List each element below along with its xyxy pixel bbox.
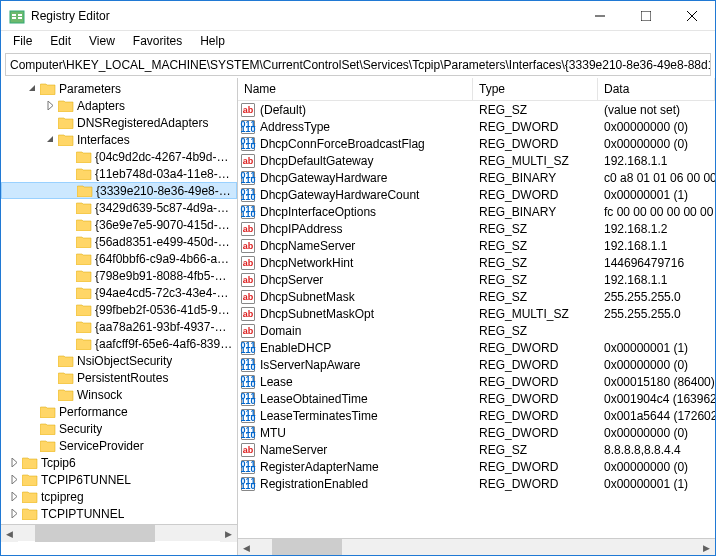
tree-hscroll[interactable]: ◀ ▶ — [1, 524, 237, 541]
tree-node[interactable]: {3429d639-5c87-4d9a-9670-8 — [1, 199, 237, 216]
value-name: AddressType — [260, 120, 330, 134]
tree-node[interactable]: {56ad8351-e499-450d-8199-b — [1, 233, 237, 250]
value-data: 0x00000001 (1) — [598, 477, 715, 491]
address-bar[interactable]: Computer\HKEY_LOCAL_MACHINE\SYSTEM\Curre… — [5, 53, 711, 76]
maximize-button[interactable] — [623, 1, 669, 31]
expand-icon[interactable] — [43, 98, 58, 113]
collapse-icon[interactable] — [25, 81, 40, 96]
tree-node[interactable]: {36e9e7e5-9070-415d-870e-7 — [1, 216, 237, 233]
list-row[interactable]: abDhcpDefaultGatewayREG_MULTI_SZ192.168.… — [238, 152, 715, 169]
tree-node[interactable]: TCPIP6TUNNEL — [1, 471, 237, 488]
list-body[interactable]: ab(Default)REG_SZ(value not set)011110Ad… — [238, 101, 715, 538]
value-name: DhcpDefaultGateway — [260, 154, 373, 168]
no-expand — [43, 353, 58, 368]
scroll-right-button[interactable]: ▶ — [220, 525, 237, 542]
expand-icon[interactable] — [7, 455, 22, 470]
tree-node[interactable]: DNSRegisteredAdapters — [1, 114, 237, 131]
col-header-data[interactable]: Data — [598, 78, 715, 100]
tree-node[interactable]: {64f0bbf6-c9a9-4b66-a777-e — [1, 250, 237, 267]
tree-node[interactable]: {99fbeb2f-0536-41d5-9223-0 — [1, 301, 237, 318]
tree-node[interactable]: {94ae4cd5-72c3-43e4-bd7c-2 — [1, 284, 237, 301]
scroll-right-button[interactable]: ▶ — [698, 539, 715, 555]
list-row[interactable]: 011110DhcpGatewayHardwareREG_BINARYc0 a8… — [238, 169, 715, 186]
list-row[interactable]: 011110AddressTypeREG_DWORD0x00000000 (0) — [238, 118, 715, 135]
list-row[interactable]: abDhcpNetworkHintREG_SZ144696479716 — [238, 254, 715, 271]
tree-node[interactable]: {11eb748d-03a4-11e8-921b-8 — [1, 165, 237, 182]
tree-node[interactable]: NsiObjectSecurity — [1, 352, 237, 369]
tree-node[interactable]: tcpipreg — [1, 488, 237, 505]
list-row[interactable]: 011110EnableDHCPREG_DWORD0x00000001 (1) — [238, 339, 715, 356]
list-row[interactable]: abDomainREG_SZ — [238, 322, 715, 339]
scroll-thumb[interactable] — [35, 525, 155, 542]
svg-rect-4 — [18, 17, 22, 19]
tree-node[interactable]: Security — [1, 420, 237, 437]
value-name: IsServerNapAware — [260, 358, 361, 372]
value-name: DhcpServer — [260, 273, 323, 287]
collapse-icon[interactable] — [43, 132, 58, 147]
menu-favorites[interactable]: Favorites — [125, 32, 190, 50]
minimize-button[interactable] — [577, 1, 623, 31]
main-area: ParametersAdaptersDNSRegisteredAdaptersI… — [1, 78, 715, 555]
expand-icon[interactable] — [7, 506, 22, 521]
list-row[interactable]: 011110DhcpGatewayHardwareCountREG_DWORD0… — [238, 186, 715, 203]
tree-node[interactable]: {aafcff9f-65e6-4af6-8393-835 — [1, 335, 237, 352]
tree-node[interactable]: Interfaces — [1, 131, 237, 148]
value-name: MTU — [260, 426, 286, 440]
list-row[interactable]: 011110DhcpInterfaceOptionsREG_BINARYfc 0… — [238, 203, 715, 220]
list-row[interactable]: 011110MTUREG_DWORD0x00000000 (0) — [238, 424, 715, 441]
reg-binary-icon: 011110 — [240, 204, 256, 220]
close-button[interactable] — [669, 1, 715, 31]
list-row[interactable]: 011110RegistrationEnabledREG_DWORD0x0000… — [238, 475, 715, 492]
folder-icon — [40, 82, 56, 95]
svg-rect-2 — [12, 17, 16, 19]
scroll-left-button[interactable]: ◀ — [1, 525, 18, 542]
tree-node[interactable]: {798e9b91-8088-4fb5-8dfa-8 — [1, 267, 237, 284]
reg-binary-icon: 011110 — [240, 476, 256, 492]
list-row[interactable]: 011110LeaseREG_DWORD0x00015180 (86400) — [238, 373, 715, 390]
menu-help[interactable]: Help — [192, 32, 233, 50]
scroll-thumb[interactable] — [272, 539, 342, 556]
list-row[interactable]: abDhcpSubnetMaskREG_SZ255.255.255.0 — [238, 288, 715, 305]
tree-label: Winsock — [77, 388, 122, 402]
list-row[interactable]: abDhcpIPAddressREG_SZ192.168.1.2 — [238, 220, 715, 237]
tree-label: Performance — [59, 405, 128, 419]
tree-node[interactable]: PersistentRoutes — [1, 369, 237, 386]
expand-icon[interactable] — [7, 472, 22, 487]
list-panel: Name Type Data ab(Default)REG_SZ(value n… — [238, 78, 715, 555]
list-row[interactable]: abDhcpServerREG_SZ192.168.1.1 — [238, 271, 715, 288]
tree-label: DNSRegisteredAdapters — [77, 116, 208, 130]
list-hscroll[interactable]: ◀ ▶ — [238, 538, 715, 555]
list-row[interactable]: ab(Default)REG_SZ(value not set) — [238, 101, 715, 118]
list-row[interactable]: 011110LeaseObtainedTimeREG_DWORD0x001904… — [238, 390, 715, 407]
col-header-type[interactable]: Type — [473, 78, 598, 100]
tree-node[interactable]: {04c9d2dc-4267-4b9d-a5e4-0 — [1, 148, 237, 165]
tree-node[interactable]: {3339e210-8e36-49e8-88d1-e — [1, 182, 237, 199]
list-row[interactable]: abNameServerREG_SZ8.8.8.8,8.8.4.4 — [238, 441, 715, 458]
list-row[interactable]: abDhcpNameServerREG_SZ192.168.1.1 — [238, 237, 715, 254]
menu-file[interactable]: File — [5, 32, 40, 50]
tree-node[interactable]: Parameters — [1, 80, 237, 97]
scroll-left-button[interactable]: ◀ — [238, 539, 255, 555]
tree-node[interactable]: ServiceProvider — [1, 437, 237, 454]
list-row[interactable]: 011110IsServerNapAwareREG_DWORD0x0000000… — [238, 356, 715, 373]
tree-node[interactable]: Winsock — [1, 386, 237, 403]
list-row[interactable]: abDhcpSubnetMaskOptREG_MULTI_SZ255.255.2… — [238, 305, 715, 322]
list-row[interactable]: 011110DhcpConnForceBroadcastFlagREG_DWOR… — [238, 135, 715, 152]
tree-node[interactable]: Adapters — [1, 97, 237, 114]
tree-node[interactable]: Performance — [1, 403, 237, 420]
col-header-name[interactable]: Name — [238, 78, 473, 100]
tree-node[interactable]: {aa78a261-93bf-4937-a29e-9 — [1, 318, 237, 335]
menu-view[interactable]: View — [81, 32, 123, 50]
list-row[interactable]: 011110LeaseTerminatesTimeREG_DWORD0x001a… — [238, 407, 715, 424]
reg-binary-icon: 011110 — [240, 187, 256, 203]
value-name: DhcpIPAddress — [260, 222, 342, 236]
tree-node[interactable]: Tcpip6 — [1, 454, 237, 471]
tree-node[interactable]: TCPIPTUNNEL — [1, 505, 237, 522]
expand-icon[interactable] — [7, 489, 22, 504]
list-row[interactable]: 011110RegisterAdapterNameREG_DWORD0x0000… — [238, 458, 715, 475]
menu-edit[interactable]: Edit — [42, 32, 79, 50]
value-type: REG_DWORD — [473, 477, 598, 491]
tree-label: {798e9b91-8088-4fb5-8dfa-8 — [95, 269, 233, 283]
menubar: FileEditViewFavoritesHelp — [1, 31, 715, 51]
tree-panel[interactable]: ParametersAdaptersDNSRegisteredAdaptersI… — [1, 78, 238, 555]
